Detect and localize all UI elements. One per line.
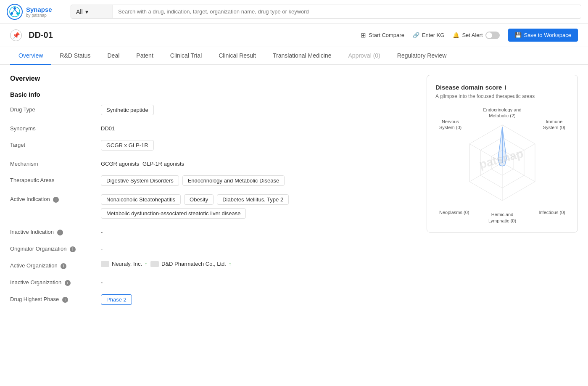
synonyms-value: DD01 <box>101 124 115 132</box>
drug-titlebar: 📌 DD-01 ⊞ Start Compare 🔗 Enter KG 🔔 Set… <box>0 24 588 47</box>
alert-toggle[interactable] <box>485 32 500 39</box>
left-panel: Overview Basic Info Drug Type Synthetic … <box>10 75 417 313</box>
mechanism-label: Mechanism <box>10 159 94 167</box>
org-logo-1 <box>101 261 109 267</box>
tab-approval: Approval (0) <box>340 47 389 65</box>
org-arrow-1: ↑ <box>145 261 147 267</box>
overview-title: Overview <box>10 75 417 82</box>
search-filter-dropdown[interactable]: All ▾ <box>71 5 113 18</box>
target-label: Target <box>10 140 94 148</box>
disease-domain-title: Disease domain score i <box>435 84 569 91</box>
active-org-label: Active Organization i <box>10 261 94 269</box>
highest-phase-value: Phase 2 <box>101 294 132 305</box>
synonyms-text: DD01 <box>101 124 115 132</box>
logo-by-text: by patsnap <box>26 13 52 18</box>
drug-title: DD-01 <box>29 30 53 40</box>
originator-org-label: Originator Organization i <box>10 244 94 252</box>
search-area: All ▾ <box>71 5 581 19</box>
drug-type-value: Synthetic peptide <box>101 105 154 115</box>
therapeutic-area-tag-2: Endocrinology and Metabolic Disease <box>182 175 285 186</box>
drug-type-row: Drug Type Synthetic peptide <box>10 105 417 115</box>
tab-clinical-result[interactable]: Clinical Result <box>210 47 264 65</box>
inactive-org-row: Inactive Organization i - <box>10 278 417 286</box>
org-item-1: Neuraly, Inc. ↑ <box>101 261 147 267</box>
inactive-indication-label: Inactive Indication i <box>10 227 94 235</box>
highest-phase-info-icon[interactable]: i <box>62 297 68 303</box>
originator-org-value: - <box>101 244 103 252</box>
org-arrow-2: ↑ <box>229 261 231 267</box>
therapeutic-areas-label: Therapeutic Areas <box>10 175 94 183</box>
svg-line-5 <box>15 10 17 13</box>
nav-tabs: Overview R&D Status Deal Patent Clinical… <box>0 47 588 65</box>
kg-icon: 🔗 <box>413 32 419 38</box>
active-org-info-icon[interactable]: i <box>61 263 66 269</box>
svg-point-3 <box>16 12 19 15</box>
search-input[interactable] <box>113 5 581 18</box>
therapeutic-areas-row: Therapeutic Areas Digestive System Disor… <box>10 175 417 186</box>
tab-regulatory-review[interactable]: Regulatory Review <box>389 47 455 65</box>
enter-kg-button[interactable]: 🔗 Enter KG <box>413 32 444 38</box>
originator-org-info-icon[interactable]: i <box>70 246 76 252</box>
tab-translational-medicine[interactable]: Translational Medicine <box>264 47 340 65</box>
highest-phase-row: Drug Highest Phase i Phase 2 <box>10 294 417 305</box>
inactive-org-value: - <box>101 278 103 286</box>
target-row: Target GCGR x GLP-1R <box>10 140 417 151</box>
active-org-value: Neuraly, Inc. ↑ D&D Pharmatech Co., Ltd.… <box>101 261 231 267</box>
drug-type-label: Drug Type <box>10 105 94 113</box>
org-logo-2 <box>150 261 159 267</box>
disease-domain-card: Disease domain score i A glimpse into th… <box>427 75 578 233</box>
radar-label-top-left: NervousSystem (0) <box>439 119 461 131</box>
mechanism-text-1: GCGR agonists <box>101 159 139 167</box>
drug-pin-icon: 📌 <box>10 29 22 41</box>
inactive-org-info-icon[interactable]: i <box>65 280 71 286</box>
basic-info-title: Basic Info <box>10 91 417 98</box>
inactive-indication-row: Inactive Indication i - <box>10 227 417 235</box>
mechanism-row: Mechanism GCGR agonists GLP-1R agonists <box>10 159 417 167</box>
radar-label-bottom: Hemic andLymphatic (0) <box>488 212 516 224</box>
indication-tag-2: Obesity <box>184 194 214 205</box>
originator-org-text: - <box>101 244 103 252</box>
tab-deal[interactable]: Deal <box>99 47 128 65</box>
inactive-org-text: - <box>101 278 103 286</box>
indication-tag-4: Metabolic dysfunction-associated steatot… <box>101 208 246 219</box>
active-indication-value: Nonalcoholic Steatohepatitis Obesity Dia… <box>101 194 417 219</box>
mechanism-text-2: GLP-1R agonists <box>142 159 184 167</box>
synonyms-row: Synonyms DD01 <box>10 124 417 132</box>
therapeutic-area-tag-1: Digestive System Disorders <box>101 175 179 186</box>
radar-chart: patsnap Endocrinology andMetabolic (2) I… <box>439 106 565 224</box>
target-value: GCGR x GLP-1R <box>101 140 154 151</box>
highest-phase-label: Drug Highest Phase i <box>10 294 94 303</box>
search-filter-label: All <box>76 8 83 15</box>
main-content: Overview Basic Info Drug Type Synthetic … <box>0 65 588 323</box>
synonyms-label: Synonyms <box>10 124 94 132</box>
active-indication-info-icon[interactable]: i <box>53 197 59 203</box>
originator-org-row: Originator Organization i - <box>10 244 417 252</box>
inactive-indication-value: - <box>101 227 103 235</box>
org-item-2: D&D Pharmatech Co., Ltd. ↑ <box>150 261 231 267</box>
active-org-row: Active Organization i Neuraly, Inc. ↑ D&… <box>10 261 417 269</box>
compare-icon: ⊞ <box>361 32 366 39</box>
inactive-indication-text: - <box>101 227 103 235</box>
inactive-org-label: Inactive Organization i <box>10 278 94 286</box>
indication-tag-1: Nonalcoholic Steatohepatitis <box>101 194 181 205</box>
drug-type-tag: Synthetic peptide <box>101 105 154 115</box>
org-name-1: Neuraly, Inc. <box>112 261 142 267</box>
org-name-2: D&D Pharmatech Co., Ltd. <box>161 261 226 267</box>
disease-domain-info-icon[interactable]: i <box>504 84 506 91</box>
save-to-workspace-button[interactable]: 💾 Save to Workspace <box>508 29 578 42</box>
start-compare-button[interactable]: ⊞ Start Compare <box>361 32 404 39</box>
tab-rd-status[interactable]: R&D Status <box>51 47 99 65</box>
save-icon: 💾 <box>515 32 522 38</box>
tab-clinical-trial[interactable]: Clinical Trial <box>162 47 210 65</box>
radar-label-bottom-right: Infectious (0) <box>538 209 565 215</box>
tab-overview[interactable]: Overview <box>10 47 51 65</box>
action-buttons: ⊞ Start Compare 🔗 Enter KG 🔔 Set Alert 💾… <box>361 29 578 42</box>
set-alert-button[interactable]: 🔔 Set Alert <box>453 32 499 39</box>
inactive-indication-info-icon[interactable]: i <box>57 230 63 235</box>
svg-point-2 <box>13 7 16 10</box>
radar-label-bottom-left: Neoplasms (0) <box>439 209 469 215</box>
therapeutic-areas-value: Digestive System Disorders Endocrinology… <box>101 175 285 186</box>
synapse-logo-icon <box>7 4 23 20</box>
tab-patent[interactable]: Patent <box>128 47 161 65</box>
mechanism-value: GCGR agonists GLP-1R agonists <box>101 159 184 167</box>
